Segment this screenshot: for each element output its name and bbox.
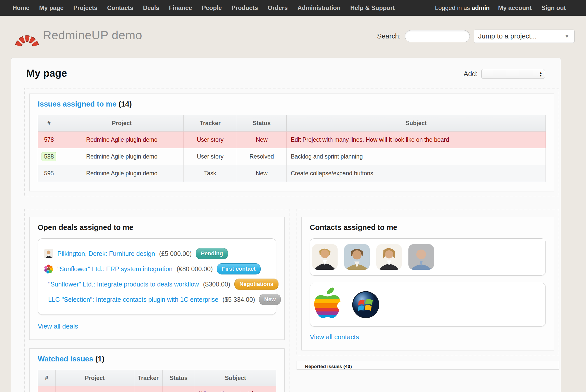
nav-item-products[interactable]: Products xyxy=(227,4,263,11)
top-navigation-bar: Home My page Projects Contacts Deals Fin… xyxy=(0,0,586,16)
column-header-status[interactable]: Status xyxy=(162,370,195,386)
nav-item-finance[interactable]: Finance xyxy=(164,4,197,11)
nav-item-help-support[interactable]: Help & Support xyxy=(345,4,400,11)
issue-id-cell: 578 xyxy=(38,132,60,148)
deal-link[interactable]: Pilkington, Derek: Furniture design xyxy=(57,250,155,257)
windows-orb-logo[interactable] xyxy=(351,290,380,319)
nav-item-contacts[interactable]: Contacts xyxy=(102,4,138,11)
flower-avatar-icon xyxy=(44,264,53,273)
deals-list-box: Pilkington, Derek: Furniture design (£5 … xyxy=(38,238,276,315)
nav-item-deals[interactable]: Deals xyxy=(138,4,164,11)
column-header-id[interactable]: # xyxy=(38,370,56,386)
contact-avatar-woman-blond[interactable] xyxy=(376,244,402,270)
issue-id-highlight: 588 xyxy=(42,152,56,161)
nav-item-people[interactable]: People xyxy=(197,4,227,11)
issue-project-cell xyxy=(56,386,134,392)
add-widget-area: Add: ▴▾ xyxy=(463,69,545,79)
contacts-widget-title: Contacts assigned to me xyxy=(310,223,546,232)
column-header-status[interactable]: Status xyxy=(237,115,286,132)
nav-item-orders[interactable]: Orders xyxy=(263,4,293,11)
issue-status-cell: Resolved xyxy=(237,148,286,165)
nav-item-administration[interactable]: Administration xyxy=(292,4,345,11)
open-deals-widget: Open deals assigned to me Pilkington, De… xyxy=(29,217,285,340)
column-header-id[interactable]: # xyxy=(38,115,60,132)
issue-row-578[interactable]: 578 Redmine Agile plugin demo User story… xyxy=(38,132,546,148)
jump-to-project-select[interactable]: Jump to a project... ▼ xyxy=(474,30,575,43)
deal-status-badge: New xyxy=(259,294,281,305)
issue-tracker-cell: User story xyxy=(183,132,237,148)
issue-tracker-cell xyxy=(134,386,162,392)
issues-widget-title-link[interactable]: Issues assigned to me xyxy=(38,100,116,108)
issue-status-cell: New xyxy=(237,132,286,148)
deal-link[interactable]: LLC "Selection": Integrate contacts plug… xyxy=(48,296,218,303)
deal-amount: (£5 000.00) xyxy=(159,250,192,257)
chevron-down-icon: ▼ xyxy=(564,33,570,40)
issue-subject-cell: Backlog and sprint planning xyxy=(287,148,546,165)
column-header-tracker[interactable]: Tracker xyxy=(134,370,162,386)
deal-status-badge: Pending xyxy=(196,248,228,259)
contact-avatar-man-blond[interactable] xyxy=(312,244,338,270)
main-content: My page Add: ▴▾ Issues assigned to me (1… xyxy=(11,58,561,392)
logged-in-username: admin xyxy=(472,4,490,11)
nav-item-my-account[interactable]: My account xyxy=(493,4,537,11)
contacts-assigned-widget: Contacts assigned to me xyxy=(301,217,554,350)
reported-widget-title-link[interactable]: Reported issues xyxy=(305,364,342,369)
app-header: RedmineUP demo Search: Jump to a project… xyxy=(0,16,586,58)
reported-widget-heading: Reported issues (40) xyxy=(305,364,551,369)
nav-item-my-page[interactable]: My page xyxy=(34,4,69,11)
deal-link[interactable]: "Sunflower" Ltd.: Integrate products to … xyxy=(48,281,199,288)
column-header-subject[interactable]: Subject xyxy=(195,370,276,386)
watched-table-header-row: # Project Tracker Status Subject xyxy=(38,370,276,386)
issue-id-cell: 588 xyxy=(38,148,60,165)
issues-table: # Project Tracker Status Subject 578 Red… xyxy=(38,115,546,182)
contact-avatar-man-short-hair[interactable] xyxy=(344,244,370,270)
issues-assigned-widget: Issues assigned to me (14) # Project Tra… xyxy=(29,94,554,191)
nav-item-home[interactable]: Home xyxy=(8,4,34,11)
deal-amount: ($5 334.00) xyxy=(222,296,255,303)
nav-item-sign-out[interactable]: Sign out xyxy=(537,4,571,11)
search-input[interactable] xyxy=(405,30,470,42)
issues-table-header-row: # Project Tracker Status Subject xyxy=(38,115,546,132)
nav-item-projects[interactable]: Projects xyxy=(69,4,102,11)
deal-status-badge: First contact xyxy=(217,263,261,275)
issue-project-cell: Redmine Agile plugin demo xyxy=(60,165,183,182)
right-column: Contacts assigned to me xyxy=(297,209,559,370)
search-area: Search: Jump to a project... ▼ xyxy=(377,30,575,43)
view-all-contacts-link[interactable]: View all contacts xyxy=(310,333,359,341)
contacts-avatars-box xyxy=(310,238,546,276)
issue-tracker-cell: Task xyxy=(183,165,237,182)
left-column: Open deals assigned to me Pilkington, De… xyxy=(24,209,289,392)
column-header-subject[interactable]: Subject xyxy=(287,115,546,132)
app-title: RedmineUP demo xyxy=(43,28,142,42)
issues-widget-heading: Issues assigned to me (14) xyxy=(38,100,546,108)
watched-widget-title-link[interactable]: Watched issues xyxy=(38,355,93,363)
issue-tracker-cell: User story xyxy=(183,148,237,165)
deal-amount: ($300.00) xyxy=(203,281,230,288)
redmine-arch-logo-icon xyxy=(15,23,39,46)
jump-to-project-value: Jump to a project... xyxy=(478,32,537,40)
deal-link[interactable]: "Sunflower" Ltd.: ERP system integration xyxy=(57,265,172,273)
deal-status-badge: Negotiations xyxy=(234,279,278,290)
issue-project-cell: Redmine Agile plugin demo xyxy=(60,132,183,148)
issue-row-595[interactable]: 595 Redmine Agile plugin demo Task New C… xyxy=(38,165,546,182)
watched-issue-row[interactable]: Wire up the contact form xyxy=(38,386,276,392)
search-label: Search: xyxy=(377,32,401,40)
column-header-project[interactable]: Project xyxy=(56,370,134,386)
add-widget-select[interactable]: ▴▾ xyxy=(481,69,545,79)
issue-id-cell xyxy=(38,386,56,392)
issue-id-cell: 595 xyxy=(38,165,60,182)
view-all-deals-link[interactable]: View all deals xyxy=(38,322,78,330)
add-label: Add: xyxy=(463,70,478,78)
issue-row-588[interactable]: 588 Redmine Agile plugin demo User story… xyxy=(38,148,546,165)
issue-subject-cell: Create collapse/expand buttons xyxy=(287,165,546,182)
deal-amount: (€80 000.00) xyxy=(177,265,213,273)
issue-status-cell: New xyxy=(237,165,286,182)
contact-avatar-man-bald[interactable] xyxy=(408,244,434,270)
issue-project-cell: Redmine Agile plugin demo xyxy=(60,148,183,165)
column-header-tracker[interactable]: Tracker xyxy=(183,115,237,132)
deal-row: LLC "Selection": Integrate contacts plug… xyxy=(44,293,270,306)
column-header-project[interactable]: Project xyxy=(60,115,183,132)
apple-rainbow-logo[interactable] xyxy=(312,287,344,322)
watched-issues-table: # Project Tracker Status Subject xyxy=(38,370,276,392)
company-logos-box xyxy=(310,283,546,326)
